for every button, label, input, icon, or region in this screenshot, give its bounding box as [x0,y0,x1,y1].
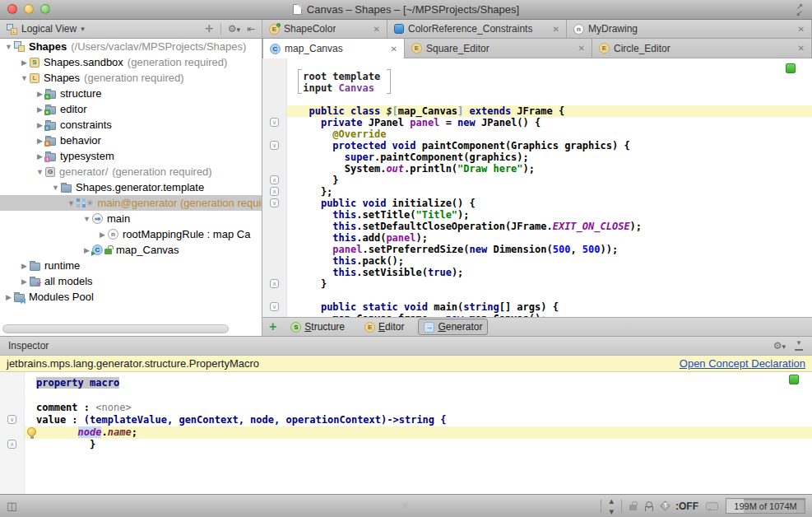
tree-collapse-arrow-icon[interactable]: ▼ [3,43,14,51]
tree-item-editor[interactable]: ▶eeditor [0,101,262,117]
tree-expand-arrow-icon[interactable]: ▶ [19,277,30,286]
aspect-tab-editor[interactable]: EEditor [359,319,410,335]
tree-item-constraints[interactable]: ▶cconstraints [0,117,262,133]
code-line[interactable] [287,94,812,105]
aspect-tab-structure[interactable]: SStructure [285,319,350,335]
close-tab-icon[interactable]: ✕ [391,44,397,54]
tree-item-shapes-sandbox[interactable]: ▶SShapes.sandbox(generation required) [0,54,262,70]
view-selector[interactable]: L Logical View ▾ [7,23,85,35]
tree-item-modules-pool[interactable]: ▶Modules Pool [0,289,262,305]
hector-inspections-icon[interactable] [644,501,652,511]
tree-item-behavior[interactable]: ▶bbehavior [0,133,262,148]
tree-item-runtime[interactable]: ▶runtime [0,258,262,273]
code-line[interactable]: this.setDefaultCloseOperation(JFrame.EXI… [287,221,812,232]
tree-item-shapes-generator-template[interactable]: ▼Shapes.generator.template [0,179,262,195]
fullscreen-icon[interactable]: ↗↙ [794,3,805,16]
tree-item-map-canvas[interactable]: ▶Cmap_Canvas [0,242,262,258]
tab-ShapeColor[interactable]: EShapeColor✕ [262,20,387,38]
code-line[interactable]: } [287,175,812,186]
tab-Square_Editor[interactable]: ESquare_Editor✕ [405,39,592,58]
hide-panel-icon[interactable]: ⇤ [247,23,255,35]
close-tab-icon[interactable]: ✕ [798,44,805,53]
settings-gear-icon[interactable]: ⚙▾ [228,23,240,35]
fold-collapse-icon[interactable]: ∨ [270,198,279,207]
code-line[interactable]: this.pack(); [287,255,812,267]
tree-item-main[interactable]: ▼⇒main [0,211,262,226]
tree-collapse-arrow-icon[interactable]: ▼ [50,184,61,192]
tree-horizontal-scrollbar[interactable] [2,324,229,333]
tree-collapse-arrow-icon[interactable]: ▼ [35,168,45,176]
fold-end-icon[interactable]: ∧ [270,279,279,288]
close-window-button[interactable] [7,4,17,14]
collapse-all-icon[interactable]: ✛ [206,23,214,35]
tab-Circle_Editor[interactable]: ECircle_Editor✕ [592,39,812,58]
code-line[interactable]: @Override [287,128,812,140]
tree-item-rootmappingrule-map-ca[interactable]: ▶nrootMappingRule : map Ca [0,226,262,242]
tab-ColorReference_Constraints[interactable]: ColorReference_Constraints✕ [387,20,567,38]
zoom-window-button[interactable] [40,4,50,14]
code-line[interactable]: value : (templateValue, genContext, node… [25,414,812,426]
code-line[interactable]: comment : <none> [25,402,812,414]
fold-end-icon[interactable]: ∧ [270,175,279,184]
tree-item-generator-[interactable]: ▼Ggenerator/(generation required) [0,164,262,179]
fold-collapse-icon[interactable]: ∨ [270,118,279,127]
code-line[interactable]: super.paintComponent(graphics); [287,151,812,163]
tab-MyDrawing[interactable]: nMyDrawing✕ [567,20,812,38]
code-line[interactable]: this.setTitle("Title"); [287,209,812,221]
tree-collapse-arrow-icon[interactable]: ▼ [81,215,92,223]
code-line[interactable]: property macro [25,377,812,389]
close-tab-icon[interactable]: ✕ [578,44,585,53]
fold-collapse-icon[interactable]: ∨ [7,415,16,424]
typesystem-badge-icon[interactable]: T [660,501,671,512]
tree-expand-arrow-icon[interactable]: ▶ [19,58,30,67]
resize-handle-icon[interactable]: ▴▾ [609,496,614,517]
notification-bubble-icon[interactable] [706,502,718,510]
tree-collapse-arrow-icon[interactable]: ▼ [66,199,77,207]
intention-lightbulb-icon[interactable] [27,427,36,436]
close-tab-icon[interactable]: ✕ [553,25,559,34]
code-line[interactable]: public static void main(string[] args) { [287,301,812,313]
code-line[interactable] [287,290,812,301]
tree-collapse-arrow-icon[interactable]: ▼ [19,74,30,82]
code-line[interactable]: System.out.println("Draw here"); [287,163,812,175]
readonly-lock-icon[interactable] [629,505,637,510]
code-editor[interactable]: ∨∨∧∧∨∧∨ root template input Canvas publi… [262,58,812,317]
inspector-settings-gear-icon[interactable]: ⚙▾ [773,340,786,352]
tree-item-all-models[interactable]: ▶✕all models [0,273,262,289]
memory-indicator[interactable]: 199M of 1074M [726,498,805,514]
code-line[interactable]: this.add(panel); [287,232,812,244]
tree-item-shapes[interactable]: ▼LShapes(generation required) [0,70,262,86]
aspect-tab-generator[interactable]: →Generator [418,319,488,335]
tree-item-shapes[interactable]: ▼Shapes(/Users/vaclav/MPSProjects/Shapes… [0,39,262,54]
inspector-code-area[interactable]: property macro comment : <none>value : (… [25,372,812,494]
tree-item-structure[interactable]: ▶sstructure [0,86,262,101]
open-concept-declaration-link[interactable]: Open Concept Declaration [680,357,805,370]
highlighted-code-line[interactable]: node.name; [25,426,812,439]
tree-expand-arrow-icon[interactable]: ▶ [19,262,30,270]
code-line[interactable] [25,389,812,402]
toggle-toolwindows-icon[interactable]: ◫ [7,500,16,512]
tab-map_Canvas[interactable]: Cmap_Canvas✕ [262,39,405,58]
fold-end-icon[interactable]: ∧ [270,187,279,196]
inspector-dock-icon[interactable] [794,341,804,351]
tree-item-main-generator-generation-required-[interactable]: ▼✳main@generator (generation required) [0,195,262,211]
editor-code-area[interactable]: root template input Canvas public class … [287,58,812,317]
close-tab-icon[interactable]: ✕ [798,25,805,34]
highlighted-code-line[interactable]: public class $[map_Canvas] extends JFram… [287,105,812,117]
code-line[interactable]: public void initialize() { [287,198,812,209]
code-line[interactable]: protected void paintComponent(Graphics g… [287,140,812,151]
close-tab-icon[interactable]: ✕ [374,25,380,34]
tree-item-typesystem[interactable]: ▶ttypesystem [0,148,262,164]
code-line[interactable]: private JPanel panel = new JPanel() { [287,117,812,128]
fold-collapse-icon[interactable]: ∨ [270,302,279,311]
inspector-body[interactable]: ∨∧ property macro comment : <none>value … [0,372,812,494]
tree-expand-arrow-icon[interactable]: ▶ [97,231,108,239]
code-line[interactable]: }; [287,186,812,198]
fold-collapse-icon[interactable]: ∨ [270,141,279,150]
fold-end-icon[interactable]: ∧ [7,440,16,449]
code-line[interactable]: } [25,439,812,451]
tree-expand-arrow-icon[interactable]: ▶ [3,293,14,301]
code-line[interactable]: panel.setPreferredSize(new Dimension(500… [287,244,812,255]
code-line[interactable]: } [287,278,812,290]
minimize-window-button[interactable] [24,4,34,14]
